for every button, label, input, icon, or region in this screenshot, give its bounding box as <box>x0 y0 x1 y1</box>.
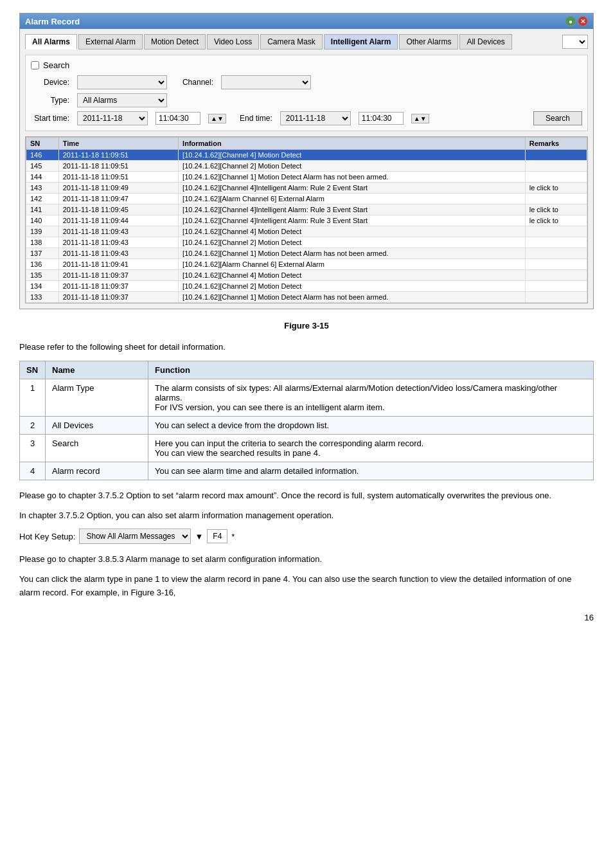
type-row: Type: All Alarms <box>31 93 582 107</box>
cell-time: 2011-11-18 11:09:51 <box>58 172 178 183</box>
device-row: Device: Channel: <box>31 75 582 89</box>
table-row[interactable]: 144 2011-11-18 11:09:51 [10.24.1.62][Cha… <box>26 172 587 183</box>
tab-video-loss[interactable]: Video Loss <box>207 34 259 50</box>
table-row[interactable]: 141 2011-11-18 11:09:45 [10.24.1.62][Cha… <box>26 204 587 215</box>
tab-all-devices[interactable]: All Devices <box>459 34 511 50</box>
table-row[interactable]: 134 2011-11-18 11:09:37 [10.24.1.62][Cha… <box>26 281 587 292</box>
intro-paragraph: Please refer to the following sheet for … <box>19 341 594 354</box>
cell-remarks <box>525 237 587 248</box>
table-row[interactable]: 137 2011-11-18 11:09:43 [10.24.1.62][Cha… <box>26 248 587 259</box>
info-cell-function: The alarm consists of six types: All ala… <box>148 379 594 416</box>
cell-info: [10.24.1.62][Channel 4] Motion Detect <box>179 270 526 281</box>
titlebar-buttons: ● ✕ <box>565 16 588 26</box>
tab-intelligent-alarm[interactable]: Intelligent Alarm <box>324 34 398 50</box>
alarm-content: All Alarms External Alarm Motion Detect … <box>20 29 593 309</box>
table-row[interactable]: 142 2011-11-18 11:09:47 [10.24.1.62][Ala… <box>26 194 587 204</box>
channel-select[interactable] <box>221 75 311 89</box>
table-row[interactable]: 145 2011-11-18 11:09:51 [10.24.1.62][Cha… <box>26 161 587 172</box>
device-select[interactable] <box>77 75 167 89</box>
cell-sn: 142 <box>26 194 59 204</box>
cell-remarks: le click to <box>525 183 587 194</box>
cell-sn: 133 <box>26 292 59 303</box>
close-button[interactable]: ✕ <box>578 16 588 26</box>
info-cell-function: You can select a device from the dropdow… <box>148 416 594 434</box>
cell-time: 2011-11-18 11:09:37 <box>58 292 178 303</box>
cell-time: 2011-11-18 11:09:22 <box>58 303 178 304</box>
table-row[interactable]: 132 2011-11-18 11:09:22 [10.24.1.62][Ala… <box>26 303 587 304</box>
cell-remarks <box>525 172 587 183</box>
info-cell-sn: 2 <box>20 416 46 434</box>
cell-remarks <box>525 150 587 161</box>
search-section: Search Device: Channel: Type: All Alarms… <box>25 55 588 131</box>
cell-remarks: le click to <box>525 204 587 215</box>
table-row[interactable]: 140 2011-11-18 11:09:44 [10.24.1.62][Cha… <box>26 215 587 226</box>
alarm-table-container[interactable]: SN Time Information Remarks 146 2011-11-… <box>25 136 588 303</box>
cell-remarks <box>525 281 587 292</box>
cell-sn: 138 <box>26 237 59 248</box>
tab-bar: All Alarms External Alarm Motion Detect … <box>25 34 588 50</box>
tab-external-alarm[interactable]: External Alarm <box>78 34 143 50</box>
table-row[interactable]: 133 2011-11-18 11:09:37 [10.24.1.62][Cha… <box>26 292 587 303</box>
hotkey-dropdown[interactable]: Show All Alarm Messages <box>79 529 191 544</box>
table-row[interactable]: 146 2011-11-18 11:09:51 [10.24.1.62][Cha… <box>26 150 587 161</box>
tab-camera-mask[interactable]: Camera Mask <box>260 34 323 50</box>
cell-info: [10.24.1.62][Channel 2] Motion Detect <box>179 281 526 292</box>
para2: Please go to chapter 3.7.5.2 Option to s… <box>19 489 594 503</box>
cell-time: 2011-11-18 11:09:37 <box>58 281 178 292</box>
table-row[interactable]: 143 2011-11-18 11:09:49 [10.24.1.62][Cha… <box>26 183 587 194</box>
cell-time: 2011-11-18 11:09:43 <box>58 237 178 248</box>
info-col-function: Function <box>148 361 594 379</box>
col-remarks: Remarks <box>525 138 587 150</box>
info-cell-function: You can see alarm time and alarm detaile… <box>148 462 594 480</box>
col-sn: SN <box>26 138 59 150</box>
info-table-row: 1 Alarm Type The alarm consists of six t… <box>20 379 594 416</box>
tab-motion-detect[interactable]: Motion Detect <box>144 34 206 50</box>
search-button[interactable]: Search <box>533 111 582 125</box>
info-table-row: 4 Alarm record You can see alarm time an… <box>20 462 594 480</box>
end-date-select[interactable]: 2011-11-18 <box>280 111 351 125</box>
info-cell-sn: 4 <box>20 462 46 480</box>
tab-dropdown[interactable] <box>562 35 588 49</box>
cell-info: [10.24.1.62][Channel 1] Motion Detect Al… <box>179 172 526 183</box>
cell-sn: 137 <box>26 248 59 259</box>
type-label: Type: <box>31 96 69 105</box>
table-row[interactable]: 138 2011-11-18 11:09:43 [10.24.1.62][Cha… <box>26 237 587 248</box>
info-header-row: SN Name Function <box>20 361 594 379</box>
cell-info: [10.24.1.62][Channel 1] Motion Detect Al… <box>179 292 526 303</box>
cell-remarks <box>525 292 587 303</box>
figure-caption: Figure 3-15 <box>19 321 594 330</box>
start-date-select[interactable]: 2011-11-18 <box>77 111 148 125</box>
start-time-input[interactable] <box>155 112 200 125</box>
type-select[interactable]: All Alarms <box>77 93 167 107</box>
hotkey-star: * <box>231 532 235 541</box>
restore-button[interactable]: ● <box>565 16 576 26</box>
cell-time: 2011-11-18 11:09:41 <box>58 259 178 270</box>
cell-sn: 146 <box>26 150 59 161</box>
cell-remarks <box>525 259 587 270</box>
alarm-record-window: Alarm Record ● ✕ All Alarms External Ala… <box>19 13 594 309</box>
info-cell-name: Search <box>46 434 148 462</box>
info-table: SN Name Function 1 Alarm Type The alarm … <box>19 361 594 480</box>
cell-sn: 141 <box>26 204 59 215</box>
cell-sn: 144 <box>26 172 59 183</box>
end-time-spinner[interactable]: ▲▼ <box>411 114 429 123</box>
info-cell-name: Alarm record <box>46 462 148 480</box>
hotkey-key: F4 <box>207 529 227 543</box>
para3: In chapter 3.7.5.2 Option, you can also … <box>19 509 594 523</box>
table-row[interactable]: 136 2011-11-18 11:09:41 [10.24.1.62][Ala… <box>26 259 587 270</box>
search-checkbox[interactable] <box>31 61 39 69</box>
window-title: Alarm Record <box>25 17 80 26</box>
info-cell-name: Alarm Type <box>46 379 148 416</box>
table-row[interactable]: 139 2011-11-18 11:09:43 [10.24.1.62][Cha… <box>26 226 587 237</box>
hotkey-row: Hot Key Setup: Show All Alarm Messages ▼… <box>19 529 594 544</box>
start-time-spinner[interactable]: ▲▼ <box>208 114 226 123</box>
cell-sn: 134 <box>26 281 59 292</box>
tab-all-alarms[interactable]: All Alarms <box>25 34 77 50</box>
cell-info: [10.24.1.62][Channel 4] Motion Detect <box>179 226 526 237</box>
para4: Please go to chapter 3.8.5.3 Alarm manag… <box>19 553 594 566</box>
info-table-row: 2 All Devices You can select a device fr… <box>20 416 594 434</box>
info-cell-sn: 3 <box>20 434 46 462</box>
table-row[interactable]: 135 2011-11-18 11:09:37 [10.24.1.62][Cha… <box>26 270 587 281</box>
tab-other-alarms[interactable]: Other Alarms <box>399 34 458 50</box>
end-time-input[interactable] <box>359 112 404 125</box>
